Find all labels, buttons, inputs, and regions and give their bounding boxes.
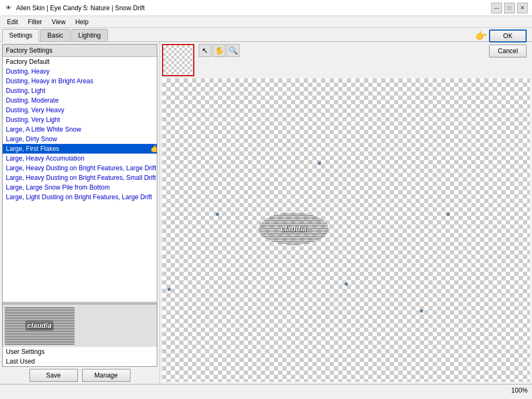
- preset-large-heavy-small-drift[interactable]: Large, Heavy Dusting on Bright Features,…: [3, 173, 157, 183]
- watermark-text: claudia: [25, 321, 54, 331]
- zoom-level: 100%: [511, 387, 528, 394]
- preview-watermark: claudia: [259, 213, 329, 245]
- title-bar-controls: — □ ✕: [491, 3, 528, 13]
- hand-tool-button[interactable]: ✋: [213, 44, 225, 57]
- action-buttons: 👉 OK Cancel: [475, 30, 527, 57]
- preset-list-container: Factory Settings Factory Default Dusting…: [2, 44, 157, 367]
- watermark-area: claudia: [3, 304, 157, 347]
- left-panel: Factory Settings Factory Default Dusting…: [0, 42, 160, 384]
- preset-dusting-very-light[interactable]: Dusting, Very Light: [3, 115, 157, 125]
- tab-settings[interactable]: Settings: [2, 29, 39, 42]
- right-panel: ↖ ✋ 🔍 claudia: [160, 42, 532, 384]
- maximize-button[interactable]: □: [504, 3, 515, 13]
- cancel-button[interactable]: Cancel: [489, 45, 527, 57]
- menu-view[interactable]: View: [47, 17, 70, 27]
- menu-bar: Edit Filter View Help: [0, 16, 532, 28]
- preset-dusting-moderate[interactable]: Dusting, Moderate: [3, 96, 157, 105]
- preset-large-heavy-acc[interactable]: Large, Heavy Accumulation: [3, 154, 157, 163]
- user-settings-item[interactable]: User Settings: [3, 347, 157, 357]
- tab-lighting[interactable]: Lighting: [71, 29, 108, 41]
- bottom-buttons: Save Manage: [2, 367, 157, 382]
- snow-dot-6: [167, 288, 171, 291]
- menu-filter[interactable]: Filter: [23, 17, 47, 27]
- preset-factory-default[interactable]: Factory Default: [3, 57, 157, 67]
- ok-button[interactable]: OK: [489, 30, 527, 42]
- preview-canvas[interactable]: claudia: [162, 78, 530, 382]
- preview-checker: claudia: [162, 78, 530, 382]
- status-bar: 100%: [0, 384, 532, 396]
- snow-dot-3: [447, 213, 450, 216]
- manage-button[interactable]: Manage: [82, 369, 130, 382]
- preset-large-light-dusting[interactable]: Large, Light Dusting on Bright Features,…: [3, 192, 157, 202]
- ok-arrow-icon: 👉: [475, 30, 487, 42]
- snow-dot-5: [420, 309, 423, 313]
- save-button[interactable]: Save: [30, 369, 78, 382]
- selected-arrow-icon: 👉: [150, 144, 157, 154]
- pointer-tool-button[interactable]: ↖: [199, 44, 212, 57]
- app-icon: 👁: [4, 4, 13, 12]
- preset-large-dirty-snow[interactable]: Large, Dirty Snow: [3, 134, 157, 144]
- close-button[interactable]: ✕: [517, 3, 528, 13]
- menu-help[interactable]: Help: [70, 17, 93, 27]
- preset-dusting-heavy-bright[interactable]: Dusting, Heavy in Bright Areas: [3, 76, 157, 86]
- preset-dusting-very-heavy[interactable]: Dusting, Very Heavy: [3, 105, 157, 115]
- preview-thumbnail-strip: claudia: [5, 307, 75, 345]
- title-bar-text: Alien Skin | Eye Candy 5: Nature | Snow …: [16, 4, 491, 12]
- title-bar: 👁 Alien Skin | Eye Candy 5: Nature | Sno…: [0, 0, 532, 16]
- zoom-tool-button[interactable]: 🔍: [227, 44, 239, 57]
- main-content: Factory Settings Factory Default Dusting…: [0, 42, 532, 384]
- preset-list-scroll[interactable]: Factory Default Dusting, Heavy Dusting, …: [3, 57, 157, 302]
- last-used-item[interactable]: Last Used: [3, 357, 157, 366]
- preset-dusting-light[interactable]: Dusting, Light: [3, 86, 157, 96]
- snow-dot-1: [318, 162, 321, 165]
- preset-dusting-heavy[interactable]: Dusting, Heavy: [3, 67, 157, 76]
- preview-watermark-text: claudia: [281, 224, 307, 233]
- snow-dot-2: [216, 213, 219, 216]
- thumbnail-box: [162, 44, 194, 76]
- preset-large-first-flakes[interactable]: Large, First Flakes 👉: [3, 144, 157, 154]
- preset-large-little-snow[interactable]: Large, A Little White Snow: [3, 125, 157, 134]
- minimize-button[interactable]: —: [491, 3, 502, 13]
- menu-edit[interactable]: Edit: [2, 17, 23, 27]
- snow-dot-4: [345, 282, 348, 286]
- preset-large-snow-pile[interactable]: Large, Large Snow Pile from Bottom: [3, 183, 157, 192]
- tab-bar: Settings Basic Lighting: [0, 28, 532, 42]
- preset-list-header: Factory Settings: [3, 45, 157, 57]
- toolbar-icons: ↖ ✋ 🔍: [199, 44, 239, 57]
- preset-large-heavy-large-drift[interactable]: Large, Heavy Dusting on Bright Features,…: [3, 163, 157, 173]
- tab-basic[interactable]: Basic: [40, 29, 70, 41]
